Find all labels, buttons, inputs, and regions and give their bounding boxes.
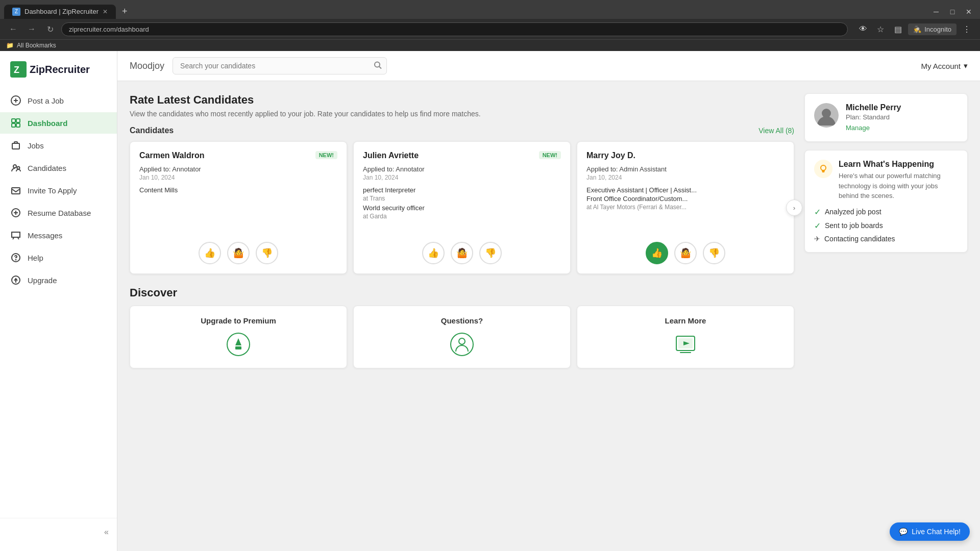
candidate-3-name: Marry Joy D.	[586, 151, 635, 160]
maximize-button[interactable]: □	[945, 5, 960, 19]
candidate-card-3: Marry Joy D. Applied to: Admin Assistant…	[577, 141, 794, 274]
sidebar-icon[interactable]: ▤	[891, 22, 905, 36]
card-1-actions: 👍 🤷 👎	[139, 242, 337, 264]
candidate-1-dislike-button[interactable]: 👎	[256, 242, 278, 264]
minimize-button[interactable]: ─	[929, 5, 943, 19]
incognito-icon: 🕵	[913, 26, 921, 33]
logo-container: Z ZipRecruiter	[10, 61, 90, 78]
search-button[interactable]	[374, 61, 382, 71]
learn-item-2: ✓ Sent to job boards	[814, 221, 958, 231]
manage-link[interactable]: Manage	[846, 124, 870, 132]
help-icon	[10, 252, 21, 263]
new-tab-button[interactable]: +	[118, 4, 132, 19]
live-chat-button[interactable]: 💬 Live Chat Help!	[890, 522, 970, 541]
discover-upgrade-title: Upgrade to Premium	[140, 316, 336, 325]
learn-item-3: ✈ Contacting candidates	[814, 235, 958, 243]
svg-text:Z: Z	[14, 65, 19, 75]
sidebar-item-messages[interactable]: Messages	[0, 224, 117, 246]
bookmarks-folder-icon: 📁	[6, 42, 14, 49]
tab-close-button[interactable]: ✕	[103, 8, 108, 15]
candidate-2-job2: at Trans	[363, 195, 561, 202]
svg-point-15	[16, 260, 16, 260]
collapse-icon: «	[104, 528, 109, 537]
sidebar-item-invite-to-apply[interactable]: Invite To Apply	[0, 180, 117, 201]
sidebar-item-dashboard[interactable]: Dashboard	[0, 112, 117, 134]
candidate-card-2: Julien Avriette NEW! Applied to: Annotat…	[353, 141, 571, 274]
address-bar[interactable]: ziprecruiter.com/dashboard	[61, 22, 848, 36]
sidebar-item-help[interactable]: Help	[0, 247, 117, 268]
sidebar-item-upgrade[interactable]: Upgrade	[0, 269, 117, 291]
incognito-button[interactable]: 🕵 Incognito	[908, 23, 957, 35]
toolbar-actions: 👁 ☆ ▤ 🕵 Incognito ⋮	[856, 22, 974, 36]
candidate-1-new-badge: NEW!	[315, 151, 337, 159]
candidate-1-job1: Content Mills	[139, 186, 337, 194]
user-name: Michelle Perry	[846, 103, 901, 112]
candidate-1-name: Carmen Waldron	[139, 151, 204, 160]
sidebar-item-jobs[interactable]: Jobs	[0, 135, 117, 156]
active-tab[interactable]: Z Dashboard | ZipRecruiter ✕	[4, 5, 116, 19]
svg-line-19	[379, 67, 381, 69]
main-left-column: Rate Latest Candidates View the candidat…	[130, 93, 794, 539]
dashboard-icon	[10, 117, 21, 129]
discover-card-learn-more[interactable]: Learn More	[577, 306, 794, 368]
candidate-3-dislike-button[interactable]: 👎	[703, 242, 725, 264]
search-container	[173, 57, 387, 74]
rate-candidates-section: Rate Latest Candidates View the candidat…	[130, 93, 794, 274]
svg-point-23	[459, 338, 465, 344]
sidebar-label-upgrade: Upgrade	[28, 276, 57, 285]
menu-icon[interactable]: ⋮	[960, 22, 974, 36]
bookmarks-label[interactable]: All Bookmarks	[17, 42, 56, 49]
search-input[interactable]	[173, 57, 387, 74]
candidate-2-like-button[interactable]: 👍	[422, 242, 445, 264]
reload-button[interactable]: ↻	[43, 22, 57, 36]
sidebar-item-post-a-job[interactable]: Post a Job	[0, 90, 117, 111]
sidebar-collapse-button[interactable]: «	[0, 523, 117, 541]
learn-items-list: ✓ Analyzed job post ✓ Sent to job boards…	[814, 207, 958, 243]
candidate-2-job1: perfect Interpreter	[363, 186, 561, 194]
ziprecruiter-logo-icon: Z	[10, 61, 27, 78]
my-account-button[interactable]: My Account ▾	[921, 61, 968, 70]
candidate-2-dislike-button[interactable]: 👎	[479, 242, 502, 264]
discover-card-upgrade[interactable]: Upgrade to Premium	[130, 306, 347, 368]
svg-point-29	[821, 165, 826, 170]
candidate-1-like-button[interactable]: 👍	[199, 242, 221, 264]
sidebar-label-help: Help	[28, 254, 43, 262]
back-button[interactable]: ←	[6, 22, 20, 36]
learn-whats-happening-card: Learn What's Happening Here's what our p…	[804, 150, 968, 253]
candidate-3-job2: Front Office Coordinator/Custom...	[586, 195, 785, 203]
eye-slash-icon[interactable]: 👁	[856, 22, 870, 36]
view-all-link[interactable]: View All (8)	[758, 127, 794, 135]
sidebar-navigation: Post a Job Dashboard Jobs Candidates	[0, 90, 117, 291]
card-2-spacer	[363, 222, 561, 236]
card-3-actions: 👍 🤷 👎	[586, 242, 785, 264]
user-info: Michelle Perry Plan: Standard Manage	[846, 103, 901, 132]
invite-icon	[10, 185, 21, 196]
close-window-button[interactable]: ✕	[962, 5, 976, 19]
upgrade-to-premium-icon	[225, 331, 252, 358]
learn-item-1: ✓ Analyzed job post	[814, 207, 958, 217]
discover-card-questions[interactable]: Questions?	[353, 306, 571, 368]
check-icon-2: ✓	[814, 221, 821, 231]
sidebar: Z ZipRecruiter Post a Job Dashboard	[0, 51, 117, 551]
sidebar-item-resume-database[interactable]: Resume Database	[0, 202, 117, 223]
sidebar-label-resume-database: Resume Database	[28, 209, 91, 217]
candidate-1-maybe-button[interactable]: 🤷	[227, 242, 250, 264]
questions-icon	[449, 331, 475, 358]
bookmark-star-icon[interactable]: ☆	[873, 22, 888, 36]
card-2-header: Julien Avriette NEW!	[363, 151, 561, 160]
candidate-3-maybe-button[interactable]: 🤷	[674, 242, 697, 264]
lightbulb-icon	[814, 160, 832, 178]
card-3-header: Marry Joy D.	[586, 151, 785, 160]
svg-rect-9	[12, 143, 19, 149]
learn-item-3-text: Contacting candidates	[824, 235, 895, 243]
forward-button[interactable]: →	[24, 22, 39, 36]
sidebar-label-dashboard: Dashboard	[28, 119, 67, 128]
sidebar-item-candidates[interactable]: Candidates	[0, 157, 117, 179]
candidate-3-like-button[interactable]: 👍	[646, 242, 668, 264]
candidate-2-maybe-button[interactable]: 🤷	[451, 242, 473, 264]
candidate-2-job3: World security officer	[363, 204, 561, 212]
candidates-next-button[interactable]: ›	[786, 199, 802, 216]
candidate-2-name: Julien Avriette	[363, 151, 419, 160]
main-content: Rate Latest Candidates View the candidat…	[117, 81, 980, 551]
company-name: Moodjoy	[130, 61, 164, 71]
